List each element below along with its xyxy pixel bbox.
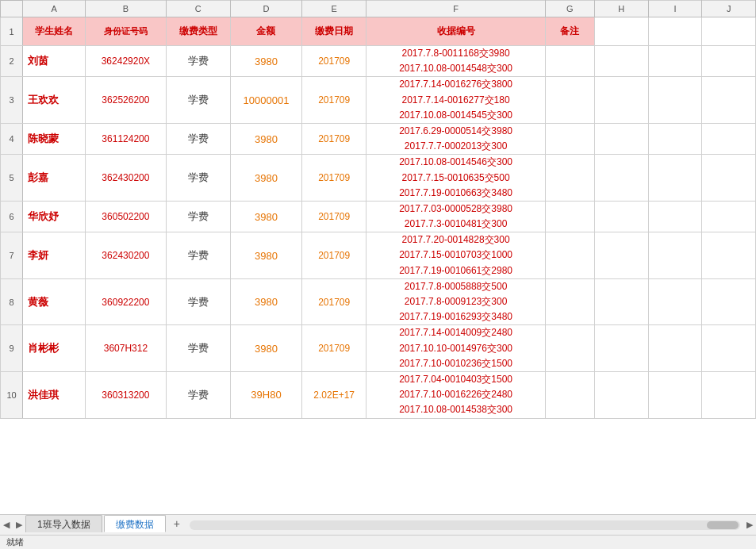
cell-name[interactable]: 黄薇 [23,278,86,325]
cell-amount[interactable]: 39H80 [230,371,301,418]
cell-amount[interactable]: 3980 [230,123,301,154]
cell-type[interactable]: 学费 [166,371,230,418]
cell-receipts[interactable]: 2017.7.8-0005888交5002017.7.8-0009123交300… [366,278,546,325]
cell-receipts[interactable]: 2017.6.29-0000514交39802017.7.7-0002013交3… [366,123,546,154]
cell-id[interactable]: 361124200 [86,123,167,154]
cell-type[interactable]: 学费 [166,232,230,279]
col-header-b[interactable]: B [86,1,167,17]
cell-date[interactable]: 201709 [302,232,366,279]
cell-name[interactable]: 王欢欢 [23,77,86,124]
cell-id[interactable]: 360922200 [86,278,167,325]
cell-amount[interactable]: 10000001 [230,77,301,124]
cell-amount[interactable]: 3980 [230,278,301,325]
cell-j-5 [702,155,756,202]
cell-amount[interactable]: 3980 [230,201,301,232]
cell-note[interactable] [545,278,594,325]
col-header-h[interactable]: H [594,1,648,17]
cell-id[interactable]: 360313200 [86,371,167,418]
cell-type[interactable]: 学费 [166,123,230,154]
cell-date[interactable]: 201709 [302,278,366,325]
cell-note[interactable] [545,77,594,124]
cell-note[interactable] [545,201,594,232]
cell-note[interactable] [545,371,594,418]
cell-amount[interactable]: 3980 [230,232,301,279]
cell-type[interactable]: 学费 [166,325,230,372]
cell-receipts[interactable]: 2017.7.20-0014828交3002017.7.15-0010703交1… [366,232,546,279]
scrollbar-thumb[interactable] [707,521,739,529]
col-header-j[interactable]: J [702,1,756,17]
col-header-d[interactable]: D [230,1,301,17]
cell-date[interactable]: 201709 [302,77,366,124]
cell-receipts[interactable]: 2017.7.14-0016276交38002017.7.14-0016277交… [366,77,546,124]
cell-type[interactable]: 学费 [166,46,230,77]
cell-type[interactable]: 学费 [166,155,230,202]
col-header-c[interactable]: C [166,1,230,17]
cell-id[interactable]: 3607H312 [86,325,167,372]
cell-note[interactable] [545,46,594,77]
cell-receipts[interactable]: 2017.7.04-0010403交15002017.7.10-0016226交… [366,371,546,418]
cell-date[interactable]: 201709 [302,155,366,202]
cell-name[interactable]: 李妍 [23,232,86,279]
receipt-line: 2017.7.7-0002013交300 [366,139,545,154]
cell-j-2 [702,46,756,77]
cell-amount[interactable]: 3980 [230,46,301,77]
cell-note[interactable] [545,232,594,279]
cell-note[interactable] [545,123,594,154]
cell-type[interactable]: 学费 [166,77,230,124]
table-row: 10洪佳琪360313200学费39H802.02E+172017.7.04-0… [1,371,756,418]
col-header-i[interactable]: I [648,1,702,17]
cell-name[interactable]: 华欣妤 [23,201,86,232]
header-cell-receipt[interactable]: 收据编号 [366,17,546,46]
tab-scroll-left[interactable]: ◀ [0,515,13,535]
header-cell-type[interactable]: 缴费类型 [166,17,230,46]
sheet-tab-2[interactable]: 缴费数据 [104,515,166,532]
cell-date[interactable]: 201709 [302,123,366,154]
cell-h-2 [594,46,648,77]
tab-scroll-right[interactable]: ▶ [13,515,25,535]
col-header-a[interactable]: A [23,1,86,17]
cell-name[interactable]: 肖彬彬 [23,325,86,372]
cell-receipts[interactable]: 2017.7.03-0000528交39802017.7.3-0010481交3… [366,201,546,232]
scroll-right-arrow[interactable]: ▶ [743,515,756,535]
col-header-g[interactable]: G [545,1,594,17]
header-cell-name[interactable]: 学生姓名 [23,17,86,46]
cell-h-5 [594,155,648,202]
cell-id[interactable]: 362526200 [86,77,167,124]
cell-receipts[interactable]: 2017.7.14-0014009交24802017.10.10-0014976… [366,325,546,372]
col-header-e[interactable]: E [302,1,366,17]
row-num-1: 1 [1,17,23,46]
cell-id[interactable]: 362430200 [86,232,167,279]
cell-j-3 [702,77,756,124]
sheet-tab-1[interactable]: 1班导入数据 [25,515,102,532]
header-cell-date[interactable]: 缴费日期 [302,17,366,46]
cell-receipts[interactable]: 2017.10.08-0014546交3002017.7.15-0010635交… [366,155,546,202]
col-header-f[interactable]: F [366,1,546,17]
cell-name[interactable]: 彭嘉 [23,155,86,202]
cell-receipts[interactable]: 2017.7.8-0011168交39802017.10.08-0014548交… [366,46,546,77]
cell-name[interactable]: 洪佳琪 [23,371,86,418]
cell-id[interactable]: 362430200 [86,155,167,202]
cell-type[interactable]: 学费 [166,201,230,232]
header-cell-amount[interactable]: 金额 [230,17,301,46]
cell-date[interactable]: 201709 [302,201,366,232]
row-num-2: 2 [1,46,23,77]
spreadsheet-wrapper[interactable]: A B C D E F G H I J 1 学生姓名 身份证号码 缴费类型 [0,0,756,514]
header-cell-id[interactable]: 身份证号码 [86,17,167,46]
cell-id[interactable]: 360502200 [86,201,167,232]
cell-amount[interactable]: 3980 [230,155,301,202]
cell-note[interactable] [545,325,594,372]
cell-name[interactable]: 陈晓蒙 [23,123,86,154]
cell-date[interactable]: 2.02E+17 [302,371,366,418]
cell-amount[interactable]: 3980 [230,325,301,372]
cell-type[interactable]: 学费 [166,278,230,325]
cell-date[interactable]: 201709 [302,325,366,372]
receipt-line: 2017.7.19-0016293交3480 [366,309,545,324]
cell-date[interactable]: 201709 [302,46,366,77]
cell-i-5 [648,155,702,202]
header-cell-note[interactable]: 备注 [545,17,594,46]
cell-note[interactable] [545,155,594,202]
cell-id[interactable]: 36242920X [86,46,167,77]
horizontal-scrollbar[interactable] [190,520,740,530]
cell-name[interactable]: 刘茵 [23,46,86,77]
tab-add-button[interactable]: + [167,515,186,532]
